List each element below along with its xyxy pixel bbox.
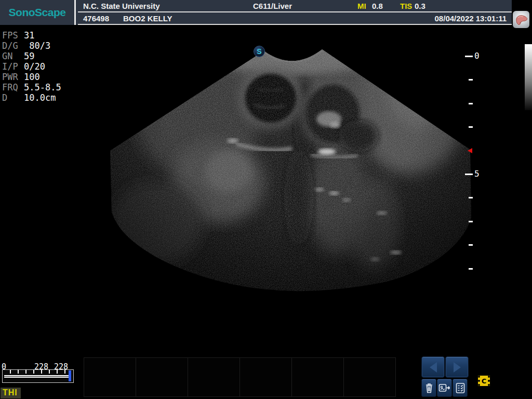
probe-orientation-marker: S: [254, 46, 265, 57]
sonoscape-logo: SonoScape: [0, 0, 74, 25]
parameter-label: D/G: [2, 41, 24, 51]
cine-tick: [25, 370, 26, 374]
parameter-label: GN: [2, 51, 24, 61]
parameter-list: FPS31D/G 80/3GN59I/P0/20PWR100FRQ5.5-8.5…: [2, 30, 61, 103]
depth-tick-label: 5: [474, 169, 480, 179]
parameter-value: 10.0cm: [24, 92, 56, 103]
thumbnail-slot[interactable]: [188, 357, 240, 397]
depth-tick: [469, 221, 473, 222]
export-button[interactable]: [437, 379, 452, 397]
report-checklist-icon: [455, 382, 466, 394]
cine-tick: [18, 370, 19, 374]
parameter-row: I/P0/20: [2, 61, 61, 72]
mi-label: MI: [357, 2, 366, 10]
depth-tick: [465, 174, 473, 175]
probe-marker-letter: S: [257, 47, 261, 56]
depth-tick-label: 0: [474, 51, 480, 61]
parameter-value: 59: [24, 51, 34, 61]
thumbnail-strip: [84, 357, 396, 397]
cine-progress-bar[interactable]: [2, 369, 74, 383]
next-page-button[interactable]: [445, 356, 469, 378]
export-image-icon: [438, 383, 451, 393]
cine-position-cursor[interactable]: [69, 370, 71, 381]
parameter-row: PWR100: [2, 72, 61, 82]
cine-tick: [33, 370, 34, 374]
depth-tick: [469, 268, 473, 270]
report-button[interactable]: [453, 379, 468, 397]
tis-label: TIS: [400, 2, 412, 10]
institution-name: N.C. State University: [83, 2, 160, 10]
mi-value: 0.8: [372, 2, 383, 10]
grayscale-map-bar: [525, 44, 532, 110]
header-row-2: 476498 BOO2 KELLY 08/04/2022 13:01:11: [78, 12, 512, 25]
thumbnail-slot[interactable]: [240, 357, 292, 397]
cine-tick: [57, 370, 58, 374]
parameter-value: 0/20: [24, 61, 45, 72]
header-bar: SonoScape N.C. State University C611/Liv…: [0, 0, 512, 25]
parameter-row: FRQ5.5-8.5: [2, 82, 61, 92]
focus-position-marker: [468, 148, 472, 153]
cine-tick: [10, 370, 11, 374]
prev-page-button[interactable]: [421, 356, 445, 378]
parameter-label: FRQ: [2, 82, 24, 92]
exam-type-button[interactable]: [513, 11, 529, 28]
parameter-label: D: [2, 92, 24, 103]
cine-tick: [49, 370, 50, 374]
trash-icon: [424, 382, 434, 394]
parameter-label: PWR: [2, 72, 24, 82]
arrow-right-icon: [454, 362, 461, 373]
depth-tick: [469, 103, 473, 104]
parameter-row: D10.0cm: [2, 92, 61, 103]
thumbnail-slot[interactable]: [84, 357, 136, 397]
probe-preset: C611/Liver: [253, 2, 292, 10]
cine-mode-letter: C: [482, 377, 487, 385]
cine-mode-indicator: C: [478, 376, 490, 386]
depth-tick: [469, 79, 473, 81]
cine-tick: [41, 370, 42, 374]
depth-tick: [465, 56, 473, 57]
header-separator: [74, 0, 76, 25]
depth-tick: [469, 197, 473, 198]
delete-button[interactable]: [421, 379, 436, 397]
parameter-value: 5.5-8.5: [24, 82, 61, 92]
header-row-1: N.C. State University C611/Liver MI 0.8 …: [78, 0, 512, 12]
arrow-left-icon: [430, 362, 437, 373]
thumbnail-slot[interactable]: [136, 357, 188, 397]
parameter-value: 31: [24, 30, 34, 41]
depth-tick: [469, 126, 473, 128]
parameter-row: FPS31: [2, 30, 61, 41]
tis-value: 0.3: [415, 2, 425, 10]
liver-icon: [514, 13, 528, 26]
ultrasound-image: [0, 0, 532, 399]
patient-name: BOO2 KELLY: [123, 14, 172, 23]
depth-tick: [469, 244, 473, 246]
thumbnail-slot[interactable]: [344, 357, 396, 397]
parameter-label: I/P: [2, 61, 24, 72]
parameter-value: 80/3: [24, 41, 50, 51]
cine-tick: [64, 370, 65, 374]
parameter-label: FPS: [2, 30, 24, 41]
parameter-row: GN59: [2, 51, 61, 61]
parameter-row: D/G 80/3: [2, 41, 61, 51]
exam-datetime: 08/04/2022 13:01:11: [435, 14, 507, 23]
ultrasound-workstation-screen: S SonoScape N.C. State University C611/L…: [0, 0, 532, 399]
cine-track: [4, 375, 71, 378]
parameter-value: 100: [24, 72, 40, 82]
patient-id: 476498: [83, 14, 109, 23]
thi-badge: THI: [1, 388, 21, 398]
thumbnail-slot[interactable]: [292, 357, 344, 397]
